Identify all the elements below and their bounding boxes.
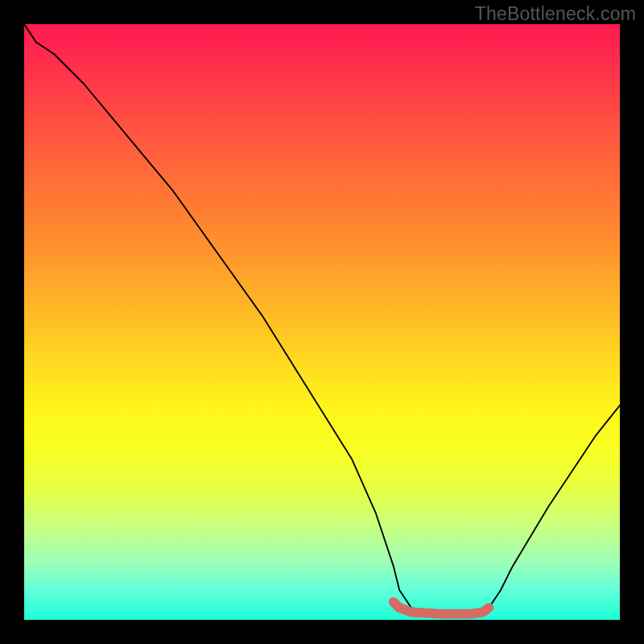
bottleneck-curve bbox=[24, 24, 620, 614]
chart-container: TheBottleneck.com bbox=[0, 0, 644, 644]
watermark-text: TheBottleneck.com bbox=[475, 3, 636, 25]
curve-svg bbox=[24, 24, 620, 620]
plot-area bbox=[24, 24, 620, 620]
